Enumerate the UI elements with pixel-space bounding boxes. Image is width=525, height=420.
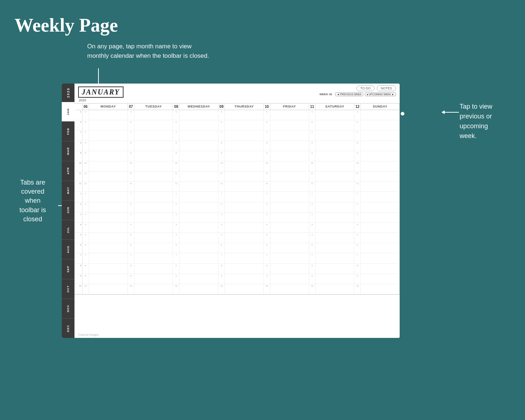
month-tab-dec[interactable]: DEC [62, 318, 74, 338]
calendar-cell[interactable] [361, 192, 400, 202]
notes-area[interactable]: ©Jena W Designs [74, 294, 400, 338]
calendar-cell[interactable] [179, 130, 218, 140]
calendar-cell[interactable] [225, 213, 264, 222]
calendar-cell[interactable] [134, 264, 173, 274]
calendar-cell[interactable] [316, 141, 355, 151]
calendar-cell[interactable] [270, 274, 309, 284]
calendar-cell[interactable] [89, 213, 128, 222]
calendar-cell[interactable] [89, 274, 128, 284]
calendar-cell[interactable] [316, 213, 355, 222]
month-tab-jul[interactable]: JUL [62, 220, 74, 239]
calendar-cell[interactable] [89, 141, 128, 151]
calendar-cell[interactable] [316, 182, 355, 191]
calendar-cell[interactable] [179, 253, 218, 263]
calendar-cell[interactable] [89, 151, 128, 161]
calendar-cell[interactable] [225, 284, 264, 294]
month-tab-mar[interactable]: MAR [62, 141, 74, 161]
calendar-cell[interactable] [361, 130, 400, 140]
calendar-cell[interactable] [134, 223, 173, 233]
calendar-cell[interactable] [134, 110, 173, 120]
calendar-cell[interactable] [361, 253, 400, 263]
calendar-cell[interactable] [179, 202, 218, 212]
calendar-cell[interactable] [316, 120, 355, 130]
calendar-cell[interactable] [270, 253, 309, 263]
month-tab-aug[interactable]: AUG [62, 239, 74, 259]
calendar-cell[interactable] [134, 151, 173, 161]
calendar-cell[interactable] [270, 161, 309, 171]
calendar-cell[interactable] [316, 151, 355, 161]
calendar-cell[interactable] [316, 233, 355, 243]
month-tab-oct[interactable]: OCT [62, 279, 74, 299]
month-tab-sep[interactable]: SEP [62, 259, 74, 279]
calendar-cell[interactable] [270, 130, 309, 140]
calendar-cell[interactable] [225, 223, 264, 233]
calendar-cell[interactable] [179, 274, 218, 284]
calendar-cell[interactable] [225, 141, 264, 151]
calendar-cell[interactable] [270, 171, 309, 181]
calendar-cell[interactable] [225, 264, 264, 274]
calendar-cell[interactable] [225, 233, 264, 243]
calendar-cell[interactable] [225, 202, 264, 212]
month-tab-jan[interactable]: JAN [62, 102, 74, 121]
month-tab-nov[interactable]: NOV [62, 299, 74, 318]
calendar-cell[interactable] [361, 274, 400, 284]
calendar-cell[interactable] [316, 284, 355, 294]
calendar-cell[interactable] [316, 253, 355, 263]
calendar-cell[interactable] [361, 161, 400, 171]
upcoming-week-button[interactable]: ● UPCOMING WEEK ► [365, 92, 396, 96]
calendar-cell[interactable] [89, 233, 128, 243]
calendar-cell[interactable] [89, 192, 128, 202]
calendar-cell[interactable] [361, 171, 400, 181]
calendar-cell[interactable] [225, 130, 264, 140]
year-tab[interactable]: 2025 [62, 84, 74, 102]
calendar-cell[interactable] [361, 264, 400, 274]
calendar-cell[interactable] [89, 284, 128, 294]
calendar-cell[interactable] [225, 253, 264, 263]
notes-button[interactable]: NOTES [377, 85, 396, 91]
calendar-cell[interactable] [361, 213, 400, 222]
calendar-cell[interactable] [179, 264, 218, 274]
calendar-cell[interactable] [361, 284, 400, 294]
calendar-cell[interactable] [270, 192, 309, 202]
calendar-cell[interactable] [270, 110, 309, 120]
calendar-cell[interactable] [179, 120, 218, 130]
calendar-cell[interactable] [134, 120, 173, 130]
calendar-cell[interactable] [134, 253, 173, 263]
calendar-cell[interactable] [270, 243, 309, 253]
todo-button[interactable]: TO DO [356, 85, 375, 91]
calendar-cell[interactable] [361, 233, 400, 243]
calendar-cell[interactable] [361, 223, 400, 233]
calendar-cell[interactable] [361, 141, 400, 151]
calendar-cell[interactable] [89, 171, 128, 181]
calendar-cell[interactable] [225, 182, 264, 191]
calendar-cell[interactable] [225, 243, 264, 253]
calendar-cell[interactable] [270, 284, 309, 294]
month-tab-feb[interactable]: FEB [62, 121, 74, 141]
calendar-cell[interactable] [316, 161, 355, 171]
calendar-cell[interactable] [134, 161, 173, 171]
calendar-cell[interactable] [179, 141, 218, 151]
prev-week-button[interactable]: ◄ PREVIOUS WEEK [335, 92, 363, 96]
calendar-cell[interactable] [89, 264, 128, 274]
calendar-cell[interactable] [316, 171, 355, 181]
calendar-cell[interactable] [134, 274, 173, 284]
calendar-cell[interactable] [270, 213, 309, 222]
calendar-cell[interactable] [316, 223, 355, 233]
calendar-cell[interactable] [89, 202, 128, 212]
calendar-cell[interactable] [270, 182, 309, 191]
calendar-cell[interactable] [361, 182, 400, 191]
calendar-cell[interactable] [179, 233, 218, 243]
calendar-cell[interactable] [89, 110, 128, 120]
calendar-cell[interactable] [316, 264, 355, 274]
calendar-cell[interactable] [316, 110, 355, 120]
calendar-cell[interactable] [134, 141, 173, 151]
month-tab-jun[interactable]: JUN [62, 200, 74, 220]
month-tab-apr[interactable]: APR [62, 161, 74, 181]
calendar-cell[interactable] [134, 233, 173, 243]
calendar-cell[interactable] [179, 243, 218, 253]
calendar-cell[interactable] [225, 110, 264, 120]
calendar-cell[interactable] [179, 284, 218, 294]
calendar-cell[interactable] [316, 274, 355, 284]
calendar-cell[interactable] [270, 233, 309, 243]
calendar-cell[interactable] [89, 120, 128, 130]
